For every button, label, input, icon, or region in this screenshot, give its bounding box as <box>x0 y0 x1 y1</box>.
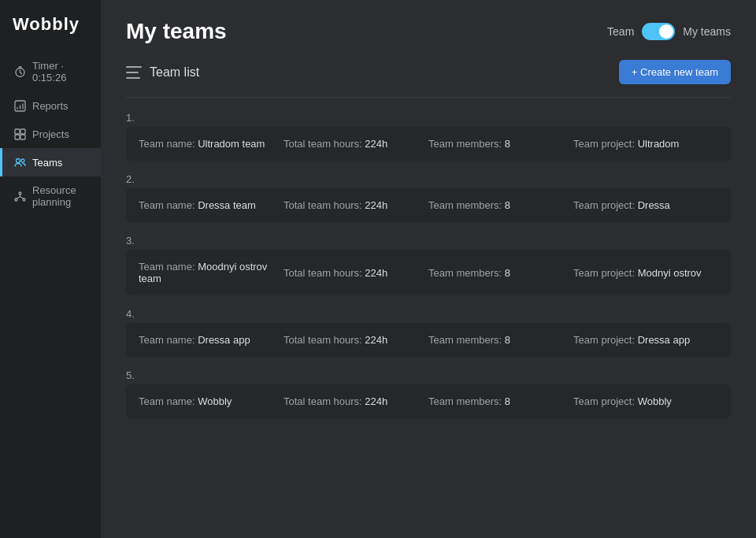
sidebar: Wobbly Timer · 0:15:26 Reports <box>0 0 101 538</box>
toggle-switch[interactable] <box>642 23 675 40</box>
svg-rect-3 <box>20 129 25 134</box>
team-row-1[interactable]: Team name: Ultradom team Total team hour… <box>126 127 731 161</box>
svg-rect-5 <box>20 135 25 139</box>
team-name-label-5: Team name: <box>139 395 195 407</box>
main-header: My teams Team My teams <box>101 0 756 60</box>
report-icon <box>13 99 26 112</box>
svg-rect-2 <box>15 129 20 134</box>
main-content: My teams Team My teams Team list + Creat… <box>101 0 756 538</box>
team-name-value-5: Wobbly <box>198 395 232 407</box>
sidebar-item-timer[interactable]: Timer · 0:15:26 <box>0 52 101 91</box>
team-hours-col-3: Total team hours: 224h <box>284 267 428 279</box>
sidebar-item-reports[interactable]: Reports <box>0 91 101 120</box>
team-members-label-1: Team members: <box>428 138 502 150</box>
resource-icon <box>13 190 26 202</box>
sidebar-item-projects[interactable]: Projects <box>0 120 101 148</box>
section-divider <box>126 97 731 98</box>
svg-point-7 <box>21 159 24 162</box>
team-hours-col-1: Total team hours: 224h <box>284 138 428 150</box>
page-title: My teams <box>126 19 227 44</box>
team-project-value-3: Modnyi ostrov <box>638 267 702 279</box>
team-project-label-4: Team project: <box>573 334 635 346</box>
team-members-value-5: 8 <box>505 395 510 407</box>
team-number-3: 3. <box>126 235 731 247</box>
team-members-col-1: Team members: 8 <box>428 138 573 150</box>
team-number-1: 1. <box>126 112 731 124</box>
team-members-col-2: Team members: 8 <box>428 199 573 211</box>
team-hours-value-5: 224h <box>365 395 387 407</box>
team-list: 1. Team name: Ultradom team Total team h… <box>126 104 731 423</box>
section-header: Team list + Create new team <box>126 60 731 84</box>
team-members-value-2: 8 <box>505 199 510 211</box>
sidebar-item-label-resource: Resource planning <box>32 184 90 208</box>
team-row-3[interactable]: Team name: Moodnyi ostrov team Total tea… <box>126 250 731 295</box>
team-name-col-3: Team name: Moodnyi ostrov team <box>139 261 284 284</box>
team-members-value-4: 8 <box>505 334 510 346</box>
team-members-label-5: Team members: <box>428 395 502 407</box>
projects-icon <box>13 128 26 140</box>
list-line-2 <box>126 72 139 73</box>
team-row-5[interactable]: Team name: Wobbly Total team hours: 224h… <box>126 384 731 418</box>
team-members-value-3: 8 <box>505 267 510 279</box>
team-name-col-2: Team name: Dressa team <box>139 199 284 211</box>
team-hours-label-3: Total team hours: <box>284 267 362 279</box>
view-toggle[interactable]: Team My teams <box>607 23 731 40</box>
svg-rect-4 <box>15 135 20 139</box>
team-name-col-1: Team name: Ultradom team <box>139 138 284 150</box>
team-name-label-2: Team name: <box>139 199 195 211</box>
team-project-label-3: Team project: <box>573 267 635 279</box>
team-project-label-5: Team project: <box>573 395 635 407</box>
list-line-1 <box>126 66 142 68</box>
team-hours-value-3: 224h <box>365 267 387 279</box>
team-members-col-3: Team members: 8 <box>428 267 573 279</box>
list-line-3 <box>126 77 140 79</box>
team-members-value-1: 8 <box>505 138 510 150</box>
team-project-value-1: Ultradom <box>638 138 680 150</box>
team-number-5: 5. <box>126 369 731 381</box>
team-members-label-4: Team members: <box>428 334 502 346</box>
logo-text: Wobbly <box>13 14 80 35</box>
team-item-wrap-3: 3. Team name: Moodnyi ostrov team Total … <box>126 227 731 295</box>
sidebar-item-teams[interactable]: Teams <box>0 148 101 176</box>
toggle-knob <box>659 24 673 39</box>
team-project-col-5: Team project: Wobbly <box>573 395 718 407</box>
team-members-col-5: Team members: 8 <box>428 395 573 407</box>
team-project-value-5: Wobbly <box>638 395 672 407</box>
toggle-team-label: Team <box>607 25 634 38</box>
team-members-label-3: Team members: <box>428 267 502 279</box>
team-hours-label-1: Total team hours: <box>284 138 362 150</box>
team-hours-label-5: Total team hours: <box>284 395 362 407</box>
team-project-label-1: Team project: <box>573 138 635 150</box>
team-item-wrap-2: 2. Team name: Dressa team Total team hou… <box>126 165 731 222</box>
team-hours-label-2: Total team hours: <box>284 199 362 211</box>
team-hours-value-2: 224h <box>365 199 387 211</box>
team-name-col-4: Team name: Dressa app <box>139 334 284 346</box>
team-hours-label-4: Total team hours: <box>284 334 362 346</box>
team-name-label-4: Team name: <box>139 334 195 346</box>
team-project-value-4: Dressa app <box>638 334 690 346</box>
team-name-label-1: Team name: <box>139 138 195 150</box>
team-hours-col-5: Total team hours: 224h <box>284 395 428 407</box>
team-hours-value-4: 224h <box>365 334 387 346</box>
team-number-2: 2. <box>126 173 731 185</box>
team-item-wrap-4: 4. Team name: Dressa app Total team hour… <box>126 300 731 357</box>
team-item-wrap-5: 5. Team name: Wobbly Total team hours: 2… <box>126 362 731 418</box>
team-hours-value-1: 224h <box>365 138 387 150</box>
logo: Wobbly <box>0 0 101 49</box>
create-team-button[interactable]: + Create new team <box>619 60 731 84</box>
team-row-2[interactable]: Team name: Dressa team Total team hours:… <box>126 188 731 222</box>
team-project-label-2: Team project: <box>573 199 635 211</box>
sidebar-item-resource-planning[interactable]: Resource planning <box>0 176 101 216</box>
team-members-col-4: Team members: 8 <box>428 334 573 346</box>
team-hours-col-2: Total team hours: 224h <box>284 199 428 211</box>
sidebar-item-label-reports: Reports <box>32 100 69 112</box>
team-name-value-4: Dressa app <box>198 334 250 346</box>
team-name-label-3: Team name: <box>139 261 195 273</box>
list-icon <box>126 65 142 80</box>
team-name-value-1: Ultradom team <box>198 138 265 150</box>
team-project-col-4: Team project: Dressa app <box>573 334 718 346</box>
team-row-4[interactable]: Team name: Dressa app Total team hours: … <box>126 323 731 357</box>
timer-label: Timer · 0:15:26 <box>32 60 90 83</box>
section-title: Team list <box>150 65 199 80</box>
team-hours-col-4: Total team hours: 224h <box>284 334 428 346</box>
